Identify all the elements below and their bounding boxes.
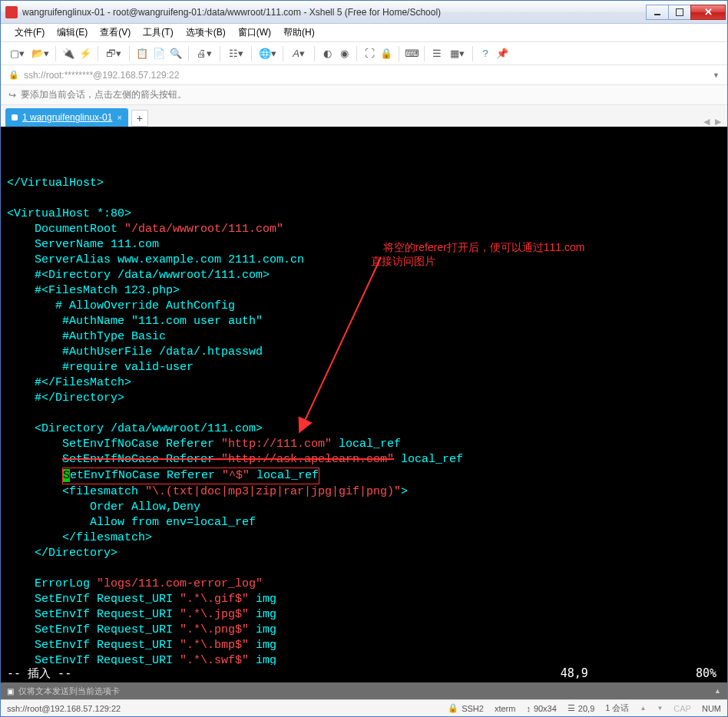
menu-view[interactable]: 查看(V) <box>94 24 137 41</box>
send-dropdown-icon[interactable]: ▲ <box>714 687 721 695</box>
disconnect-icon[interactable]: ⚡ <box>78 47 92 61</box>
menu-edit[interactable]: 编辑(E) <box>51 24 94 41</box>
send-bar[interactable]: ▣ 仅将文本发送到当前选项卡 ▲ <box>1 682 727 699</box>
status-down-icon[interactable]: ▼ <box>657 705 663 712</box>
separator <box>283 46 283 61</box>
hint-text: 要添加当前会话，点击左侧的箭头按钮。 <box>21 88 187 101</box>
status-address: ssh://root@192.168.57.129:22 <box>7 704 437 713</box>
window-controls <box>647 5 726 20</box>
arrow-icon[interactable]: ↪ <box>8 90 16 101</box>
web-icon[interactable]: 🌐▾ <box>257 47 277 61</box>
menu-tab[interactable]: 选项卡(B) <box>180 24 232 41</box>
script2-icon[interactable]: ◉ <box>337 47 351 61</box>
view-icon[interactable]: ▦▾ <box>447 47 467 61</box>
separator <box>472 46 473 61</box>
toolbar: ▢▾ 📂▾ 🔌 ⚡ 🗗▾ 📋 📄 🔍 🖨▾ ☷▾ 🌐▾ A▾ ◐ ◉ ⛶ 🔒 ⌨… <box>1 42 727 65</box>
paste-icon[interactable]: 📄 <box>152 47 166 61</box>
separator <box>220 46 220 61</box>
cursor-position: 48,9 <box>561 666 588 681</box>
window-title: wangruifenglinux-01 - root@wangruifeng-0… <box>22 7 647 18</box>
separator <box>314 46 315 61</box>
status-term: xterm <box>495 704 516 713</box>
menu-window[interactable]: 窗口(W) <box>232 24 277 41</box>
separator <box>424 46 425 61</box>
menu-help[interactable]: 帮助(H) <box>277 24 321 41</box>
separator <box>251 46 252 61</box>
properties-icon[interactable]: 🗗▾ <box>104 47 124 61</box>
list-icon[interactable]: ☰ <box>430 47 444 61</box>
separator <box>129 46 130 61</box>
minimize-button[interactable] <box>646 5 669 20</box>
vim-mode: -- 插入 -- <box>7 666 71 681</box>
separator <box>399 46 399 61</box>
help-icon[interactable]: ? <box>478 47 492 61</box>
terminal[interactable]: 将空的referer打开后，便可以通过111.com直接访问图片 </Virtu… <box>1 127 727 665</box>
connect-icon[interactable]: 🔌 <box>61 47 75 61</box>
separator <box>188 46 189 61</box>
app-window: wangruifenglinux-01 - root@wangruifeng-0… <box>0 0 728 717</box>
status-cap: CAP <box>673 704 691 713</box>
status-lines: ☰ 20,9 <box>568 703 594 713</box>
fullscreen-icon[interactable]: ⛶ <box>362 47 376 61</box>
menu-tools[interactable]: 工具(T) <box>137 24 179 41</box>
open-folder-icon[interactable]: 📂▾ <box>30 47 50 61</box>
separator <box>55 46 56 61</box>
session-tab[interactable]: 1 wangruifenglinux-01 × <box>5 108 128 127</box>
send-hint: 仅将文本发送到当前选项卡 <box>18 686 120 697</box>
app-icon <box>5 6 18 18</box>
pin-icon[interactable]: 📌 <box>495 47 509 61</box>
statusbar: ssh://root@192.168.57.129:22 🔒 SSH2 xter… <box>1 699 727 716</box>
status-num: NUM <box>702 704 721 713</box>
addressbar: 🔒 ▼ <box>1 65 727 85</box>
sessions-icon[interactable]: ☷▾ <box>226 47 246 61</box>
hintbar: ↪ 要添加当前会话，点击左侧的箭头按钮。 <box>1 85 727 105</box>
tab-label: 1 wangruifenglinux-01 <box>22 112 112 123</box>
font-icon[interactable]: A▾ <box>289 47 309 61</box>
new-session-icon[interactable]: ▢▾ <box>7 47 27 61</box>
print-icon[interactable]: 🖨▾ <box>194 47 214 61</box>
vim-modeline: -- 插入 -- 48,9 80% <box>1 665 727 682</box>
annotation-text: 将空的referer打开后，便可以通过111.com直接访问图片 <box>371 226 585 282</box>
tab-status-icon <box>12 114 18 121</box>
lock-icon[interactable]: 🔒 <box>379 47 393 61</box>
add-tab-button[interactable]: + <box>131 110 148 127</box>
separator <box>98 46 98 61</box>
separator <box>356 46 357 61</box>
status-up-icon[interactable]: ▲ <box>640 705 646 712</box>
scroll-percent: 80% <box>696 666 716 681</box>
address-dropdown-icon[interactable]: ▼ <box>713 71 720 79</box>
tab-close-icon[interactable]: × <box>117 113 121 122</box>
titlebar[interactable]: wangruifenglinux-01 - root@wangruifeng-0… <box>1 1 727 24</box>
maximize-button[interactable] <box>668 5 691 20</box>
copy-icon[interactable]: 📋 <box>135 47 149 61</box>
tabbar: 1 wangruifenglinux-01 × + ◀ ▶ <box>1 105 727 127</box>
lock-small-icon: 🔒 <box>8 70 19 80</box>
status-sessions: 1 会话 <box>605 702 629 714</box>
tab-nav[interactable]: ◀ ▶ <box>703 117 723 127</box>
send-icon: ▣ <box>7 687 14 696</box>
close-button[interactable] <box>690 5 726 20</box>
menu-file[interactable]: 文件(F) <box>8 24 51 41</box>
address-input[interactable] <box>24 70 708 81</box>
status-size: ↕ 90x34 <box>526 704 556 713</box>
script-icon[interactable]: ◐ <box>320 47 334 61</box>
menubar: 文件(F) 编辑(E) 查看(V) 工具(T) 选项卡(B) 窗口(W) 帮助(… <box>1 24 727 42</box>
status-proto: 🔒 SSH2 <box>448 703 484 713</box>
find-icon[interactable]: 🔍 <box>169 47 183 61</box>
keyboard-icon[interactable]: ⌨ <box>405 47 419 61</box>
